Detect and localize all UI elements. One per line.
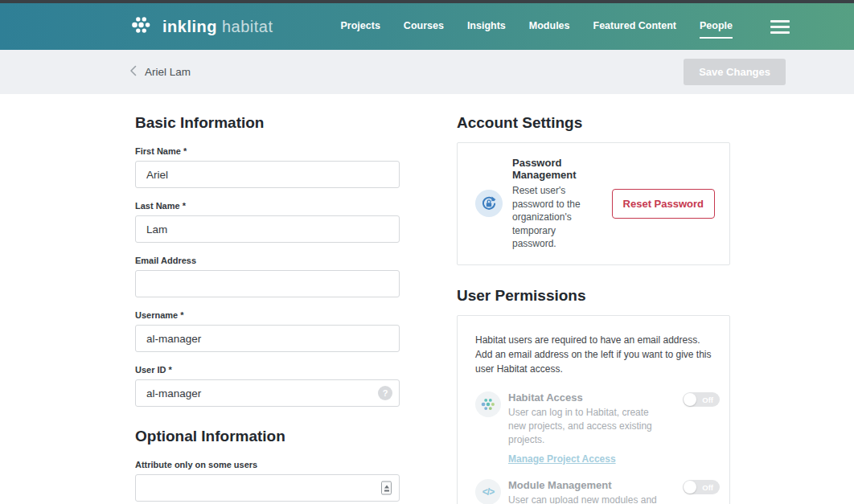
username-label: Username * <box>135 310 400 320</box>
attribute-input[interactable] <box>135 474 400 502</box>
save-changes-button[interactable]: Save Changes <box>684 59 786 85</box>
breadcrumb[interactable]: Ariel Lam <box>129 65 191 80</box>
reset-password-button[interactable]: Reset Password <box>612 189 715 219</box>
user-id-input[interactable] <box>135 379 400 407</box>
last-name-input[interactable] <box>135 215 400 243</box>
nav-item-courses[interactable]: Courses <box>404 15 444 39</box>
first-name-label: First Name * <box>135 146 400 156</box>
module-management-toggle[interactable]: Off <box>683 480 720 494</box>
right-column: Account Settings Password Management Res… <box>457 114 730 504</box>
top-navbar: inklinghabitat Projects Courses Insights… <box>0 3 854 50</box>
nav-item-insights[interactable]: Insights <box>467 15 506 39</box>
nav-item-people[interactable]: People <box>700 15 733 39</box>
user-id-label: User ID * <box>135 365 400 375</box>
attribute-label: Attribute only on some users <box>135 460 400 469</box>
username-input[interactable] <box>135 325 400 352</box>
email-label: Email Address <box>135 256 400 265</box>
logo-dots-icon <box>129 14 153 39</box>
user-id-field: User ID * ? <box>135 365 400 407</box>
optional-information-title: Optional Information <box>135 428 400 445</box>
attribute-field: Attribute only on some users <box>135 460 400 502</box>
account-settings-title: Account Settings <box>457 114 730 132</box>
permission-name: Module Management <box>508 479 669 491</box>
permissions-notice: Habitat users are required to have an em… <box>475 333 720 376</box>
last-name-label: Last Name * <box>135 201 400 211</box>
back-chevron-icon <box>129 65 137 80</box>
permission-description: User can log in to Habitat, create new p… <box>508 406 669 447</box>
basic-information-title: Basic Information <box>135 114 400 132</box>
hamburger-menu-icon[interactable] <box>769 17 791 37</box>
main-content: Basic Information First Name * Last Name… <box>0 94 854 504</box>
nav-item-modules[interactable]: Modules <box>529 15 570 39</box>
manage-project-access-link[interactable]: Manage Project Access <box>508 453 616 465</box>
toggle-knob <box>684 481 696 494</box>
password-management-card: Password Management Reset user's passwor… <box>457 142 730 265</box>
permission-description: User can upload new modules and deploy e… <box>508 494 669 504</box>
permission-text-habitat-access: Habitat Access User can log in to Habita… <box>508 391 675 465</box>
page-subheader: Ariel Lam Save Changes <box>0 50 854 94</box>
permission-row-module-management: </> Module Management User can upload ne… <box>475 479 720 504</box>
password-management-text: Password Management Reset user's passwor… <box>512 157 602 251</box>
toggle-state-label: Off <box>702 482 713 491</box>
brand-name: inklinghabitat <box>162 18 273 36</box>
main-navigation: Projects Courses Insights Modules Featur… <box>341 15 791 39</box>
toggle-knob <box>684 393 696 406</box>
email-input[interactable] <box>135 270 400 297</box>
toggle-state-label: Off <box>702 395 713 404</box>
last-name-field: Last Name * <box>135 201 400 243</box>
brand-logo[interactable]: inklinghabitat <box>129 14 273 39</box>
question-icon[interactable]: ? <box>378 386 392 400</box>
email-field: Email Address <box>135 256 400 297</box>
password-management-heading: Password Management <box>512 157 602 181</box>
stepper-icon[interactable] <box>381 481 392 495</box>
password-management-description: Reset user's password to the organizatio… <box>512 184 602 251</box>
brand-name-primary: inkling <box>162 18 217 35</box>
permission-row-habitat-access: Habitat Access User can log in to Habita… <box>475 391 720 465</box>
first-name-input[interactable] <box>135 161 400 188</box>
username-field: Username * <box>135 310 400 352</box>
breadcrumb-user-name: Ariel Lam <box>145 66 191 78</box>
nav-item-projects[interactable]: Projects <box>341 15 380 39</box>
lock-reset-icon <box>475 190 503 217</box>
permission-text-module-management: Module Management User can upload new mo… <box>508 479 675 504</box>
left-column: Basic Information First Name * Last Name… <box>135 114 400 504</box>
brand-name-secondary: habitat <box>222 18 273 35</box>
habitat-access-toggle[interactable]: Off <box>683 392 720 407</box>
first-name-field: First Name * <box>135 146 400 188</box>
habitat-dots-icon <box>475 391 501 417</box>
user-permissions-title: User Permissions <box>457 287 730 305</box>
permission-name: Habitat Access <box>508 391 669 404</box>
user-permissions-card: Habitat users are required to have an em… <box>457 315 730 504</box>
nav-item-featured-content[interactable]: Featured Content <box>593 15 676 39</box>
code-icon: </> <box>475 479 501 504</box>
